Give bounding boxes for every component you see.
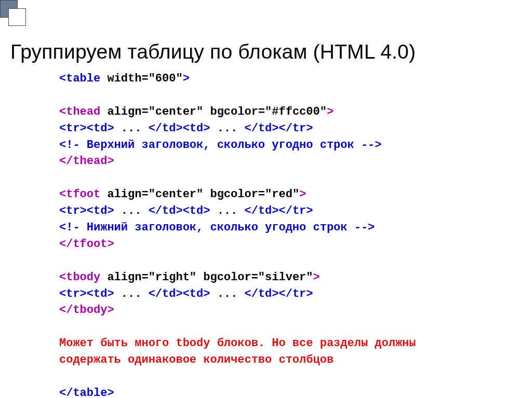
ellipsis: ... — [210, 287, 244, 300]
tag-close-bracket: > — [183, 72, 190, 85]
attrs-tbody: align="right" bgcolor="silver" — [100, 271, 313, 284]
note-line-2: содержать одинаковое количество столбцов — [59, 353, 334, 366]
tag-thead-open: <thead — [59, 105, 100, 118]
tag-tr-td: <tr><td> — [59, 204, 114, 217]
ellipsis: ... — [210, 204, 244, 217]
tag-td-td: </td><td> — [149, 122, 210, 135]
tag-td-tr-close: </td></tr> — [244, 122, 313, 135]
note-line-1: Может быть много tbody блоков. Но все ра… — [59, 337, 416, 350]
tag-close-bracket: > — [313, 271, 320, 284]
ellipsis: ... — [114, 204, 149, 217]
comment-bottom-header: <!- Нижний заголовок, сколько угодно стр… — [59, 221, 375, 234]
tag-td-tr-close: </td></tr> — [244, 204, 313, 217]
tag-close-bracket: > — [299, 188, 306, 201]
attrs-tfoot: align="center" bgcolor="red" — [100, 188, 299, 201]
tag-tr-td: <tr><td> — [59, 122, 114, 135]
ellipsis: ... — [210, 122, 244, 135]
tag-table-close: </table> — [59, 387, 114, 398]
tag-tbody-open: <tbody — [59, 271, 100, 284]
tag-tr-td: <tr><td> — [59, 287, 114, 300]
comment-top-header: <!- Верхний заголовок, сколько угодно ст… — [59, 139, 382, 152]
tag-table-open: <table — [59, 72, 100, 85]
tag-td-td: </td><td> — [149, 204, 210, 217]
ellipsis: ... — [114, 122, 149, 135]
tag-tbody-close: </tbody> — [59, 304, 114, 317]
slide-title: Группируем таблицу по блокам (HTML 4.0) — [10, 40, 416, 63]
ellipsis: ... — [114, 287, 149, 300]
tag-tfoot-close: </tfoot> — [59, 238, 114, 251]
square-light — [8, 8, 26, 26]
tag-close-bracket: > — [327, 105, 334, 118]
attrs-table: width="600" — [100, 72, 182, 85]
tag-thead-close: </thead> — [59, 155, 114, 168]
tag-td-td: </td><td> — [149, 287, 210, 300]
tag-td-tr-close: </td></tr> — [244, 287, 313, 300]
tag-tfoot-open: <tfoot — [59, 188, 100, 201]
attrs-thead: align="center" bgcolor="#ffcc00" — [100, 105, 327, 118]
slide-bullet-decoration — [0, 0, 78, 31]
code-block: <table width="600"> <thead align="center… — [59, 71, 416, 398]
